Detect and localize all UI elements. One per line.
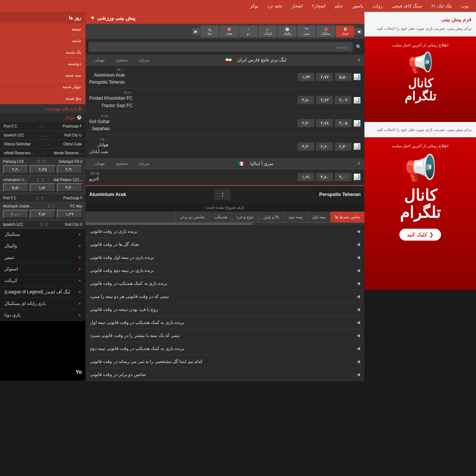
odd-home-2[interactable]: ۲٫۰۹: [335, 96, 351, 104]
bet-tab-0[interactable]: تمامی شرط ها: [330, 212, 364, 222]
day-monday[interactable]: دوشنبه: [0, 58, 86, 70]
nav-item-enfejar2[interactable]: انفجار۲: [308, 1, 329, 10]
odd-away-3[interactable]: ۲٫۴۰: [298, 119, 314, 127]
nav-item-roulette[interactable]: رولت: [369, 1, 386, 10]
odd-away-1[interactable]: ۱٫۷۴: [298, 73, 314, 81]
chart-icon-2[interactable]: 📊: [353, 97, 361, 104]
day-tuesday[interactable]: سه شنبه: [0, 70, 86, 81]
day-thursday[interactable]: پنج شنبه: [0, 93, 86, 104]
category-pc-basketball[interactable]: ● بازی رایانه ای بسکتبال: [0, 298, 86, 309]
bet-tab-5[interactable]: هندیکپ: [209, 212, 232, 222]
odd-home-4[interactable]: ۲٫۴۰: [335, 142, 351, 151]
akzhayik-odd-1[interactable]: ۴٫۵۰: [30, 210, 55, 218]
bet-option-11[interactable]: ◀ شانس دو برابر در وقت قانونی: [86, 368, 364, 381]
odd-home-3[interactable]: ۳٫۰۵: [335, 119, 351, 127]
odd-away-lazio[interactable]: ۱٫۹۱: [298, 173, 314, 181]
nav-item-blackjack[interactable]: بلک جک ۲۱: [428, 1, 456, 10]
sport-icon-swimming[interactable]: 🏊 شنا: [200, 26, 219, 37]
nav-item-takhteh[interactable]: تخته نرد: [264, 1, 286, 10]
match-row-4: 📊 ۲٫۴۰ ۲٫۶۰ ۳٫۳۰ ۱۹:۰۰ هوادار نفت آبادان: [86, 135, 364, 158]
bet-tab-3[interactable]: بالا و پایین: [258, 212, 284, 222]
odd-draw-1[interactable]: ۲٫۷۷: [316, 73, 333, 81]
category-volleyball[interactable]: ● والیبال: [0, 240, 86, 252]
bet-option-8[interactable]: ◀ تیمی که یک نیمه یا بیشتر را در وقت قان…: [86, 329, 364, 342]
day-wednesday[interactable]: چهار شنبه: [0, 81, 86, 93]
bet-tab-6[interactable]: شانس دو برابر: [175, 212, 209, 222]
crystal-odd-1[interactable]: ۱٫۵۰: [30, 183, 55, 192]
crystal-odd-2[interactable]: ۵٫۵۰: [3, 183, 29, 192]
live-icon: ▶: [79, 106, 82, 111]
nav-item-enfejar[interactable]: انفجار: [288, 1, 306, 10]
odd-away-4[interactable]: ۳٫۳۰: [298, 142, 314, 151]
sport-icon-cricket[interactable]: 🏏 کریکت: [258, 26, 277, 37]
category-dota[interactable]: ● بازی دوتا: [0, 309, 86, 321]
search-input[interactable]: [89, 42, 353, 52]
nav-item-sangkaqhiz[interactable]: سنگ کاغذ قیچی: [388, 1, 426, 10]
bet-option-10[interactable]: ◀ کدام تیم ابتدا گل مشخصی را به ثمر می ر…: [86, 355, 364, 368]
sport-icon-volleyball[interactable]: 🏐 والیبال: [278, 26, 296, 37]
sport-icon-target[interactable]: 🎯 هدف: [220, 26, 238, 37]
sport-icon-tennis[interactable]: 🎾 تنیس: [297, 26, 316, 37]
odd-draw-4[interactable]: ۲٫۶۰: [316, 142, 333, 151]
live-right-home-1: Hull City U: [64, 133, 82, 137]
bet-option-7[interactable]: ◀ برنده بازی به کمک هندیکپ در وقت قانونی…: [86, 316, 364, 329]
chart-icon-1[interactable]: 📊: [353, 73, 361, 80]
day-friday[interactable]: جمعه: [0, 23, 86, 35]
volleyball-icon: 🏐: [285, 28, 289, 31]
football-subheader: ⚽ فوتبال: [0, 113, 86, 122]
nav-item-hokm[interactable]: حکم: [331, 1, 347, 10]
live-right-home-2: Otelul Gala: [63, 142, 82, 146]
scroll-right-arrow[interactable]: ▶: [192, 28, 200, 35]
odd-draw-2[interactable]: ۲٫۶۳: [316, 96, 333, 104]
day-saturday[interactable]: شنبه: [0, 35, 86, 46]
chart-icon-3[interactable]: 📊: [353, 120, 361, 127]
pahang-odd-2[interactable]: ۲٫۹۰: [3, 165, 29, 174]
odd-away-2[interactable]: ۳٫۸۰: [298, 96, 314, 104]
nav-item-pasoor[interactable]: پاسور: [348, 1, 367, 10]
bet-option-1[interactable]: ◀ تعداد گل ها در وقت قانونی: [86, 238, 364, 251]
nav-item-pop[interactable]: پوپ: [457, 1, 472, 10]
odd-home-1[interactable]: ۵٫۵۰: [335, 73, 351, 81]
bet-tab-2[interactable]: نیمه دوم: [284, 212, 307, 222]
click-button[interactable]: ❮ کلیک کنید: [399, 229, 441, 241]
category-cricket[interactable]: ● کریکت: [0, 275, 86, 286]
bet-option-6[interactable]: ◀ زوج یا فرد بودن نتیجه در وقت قانونی: [86, 303, 364, 316]
bet-tab-4[interactable]: جوج و فرد: [232, 212, 258, 222]
bet-option-4[interactable]: ◀ برنده بازی به کمک هندیکپ در وقت قانونی: [86, 277, 364, 290]
odd-draw-lazio[interactable]: ۳٫۸۰: [316, 173, 333, 181]
arrow-icon-5: ◀: [357, 294, 360, 299]
days-title: روز ها: [0, 12, 86, 23]
league-seriea-toggle[interactable]: ⚙: [357, 161, 361, 165]
nav-item-poker[interactable]: پوکر: [246, 1, 262, 10]
crystal-odd-0[interactable]: ۳٫۴۰: [57, 183, 83, 192]
sport-icon-running[interactable]: 🏃 دو: [239, 26, 258, 37]
sport-icon-football[interactable]: ⚽ فوتبال: [336, 26, 354, 37]
day-sunday[interactable]: یک شنبه: [0, 46, 86, 58]
bet-tab-1[interactable]: نیمه اول: [307, 212, 330, 222]
scroll-left-arrow[interactable]: ◀: [355, 28, 363, 35]
bet-option-3[interactable]: ◀ برنده بازی در نیمه دوم وقت قانونی: [86, 264, 364, 277]
akzhayik-odd-0[interactable]: ۱٫۲۷: [57, 210, 83, 218]
pahang-odd-1[interactable]: ۲٫۲۵: [30, 165, 55, 174]
league-toggle-icon[interactable]: ⚙: [357, 58, 361, 62]
chart-icon-lazio[interactable]: 📊: [353, 173, 361, 180]
pahang-odd-0[interactable]: ۲٫۹۰: [57, 165, 83, 174]
chart-icon-4[interactable]: 📊: [353, 143, 361, 150]
tab-scrollbar-thumb[interactable]: [86, 223, 253, 225]
sport-icon-basketball[interactable]: 🏀 بسکتبال: [316, 26, 335, 37]
category-basketball[interactable]: ● بسکتبال: [0, 229, 86, 240]
bet-option-5[interactable]: ◀ تیمی که در وقت قانونی هر دو نیمه را می…: [86, 290, 364, 303]
match-teams-lazio: لاتزیو: [89, 176, 99, 183]
bet-option-2[interactable]: ◀ برنده بازی در نیمه اول وقت قانونی: [86, 251, 364, 264]
arrow-icon-7: ◀: [357, 320, 360, 325]
odd-home-lazio[interactable]: ۴٫۰۰: [335, 173, 351, 181]
bet-option-0[interactable]: ◀ برنده بازی در وقت قانونی: [86, 225, 364, 238]
akzhayik-odd-2[interactable]: ۱۰٫۰۰: [3, 210, 29, 218]
category-tennis[interactable]: ● تنیس: [0, 252, 86, 263]
category-lol[interactable]: ● لیگ آف لجندز (League of Legend): [0, 286, 86, 298]
category-snooker[interactable]: ● اسنوکر: [0, 263, 86, 275]
odd-draw-3[interactable]: ۲٫۶۸: [316, 119, 333, 127]
left-panel: فرم پیش بینی برای پیش بینی، ضریب بازی مو…: [364, 12, 476, 381]
match-teams-4: هوادار نفت آبادان: [89, 141, 108, 155]
bet-option-9[interactable]: ◀ برنده بازی به کمک هندیکپ در وقت قانونی…: [86, 342, 364, 355]
